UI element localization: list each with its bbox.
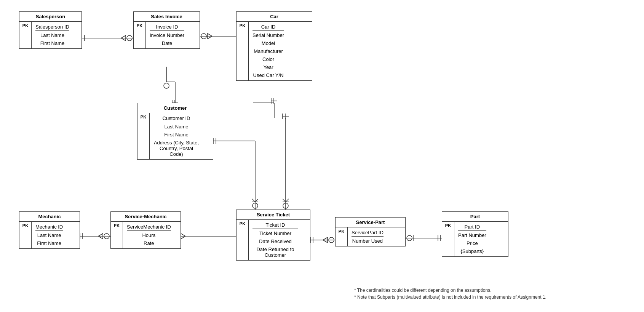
entity-service-part-title: Service-Part <box>336 218 405 227</box>
service-mechanic-pk-attr: ServiceMechanic ID <box>127 223 171 231</box>
salesperson-pk-attr: Salesperson ID <box>35 23 69 31</box>
entity-mechanic: Mechanic PK Mechanic ID Last Name First … <box>19 211 80 249</box>
part-attr-1: Part Number <box>458 232 486 239</box>
entity-customer: Customer PK Customer ID Last Name First … <box>137 103 213 160</box>
entity-car-title: Car <box>237 12 312 22</box>
entity-sales-invoice-title: Sales Invoice <box>134 12 200 22</box>
customer-attr-1: Last Name <box>153 123 199 130</box>
car-attr-6: Used Car Y/N <box>252 72 284 79</box>
service-part-attr-1: Number Used <box>352 237 384 245</box>
entity-salesperson-title: Salesperson <box>19 12 81 22</box>
svg-line-48 <box>98 234 103 236</box>
service-ticket-pk-label: PK <box>240 221 245 226</box>
svg-line-41 <box>283 199 286 202</box>
service-part-pk-label: PK <box>339 229 344 234</box>
note-2: * Note that Subparts (multivalued attrib… <box>354 294 547 300</box>
svg-point-59 <box>329 237 334 243</box>
service-ticket-pk-attr: Ticket ID <box>252 221 298 229</box>
svg-line-42 <box>286 199 289 202</box>
sales-invoice-attr-2: Date <box>150 40 184 47</box>
salesperson-attr-1: Last Name <box>35 32 69 39</box>
service-mechanic-pk-label: PK <box>114 223 120 228</box>
part-pk-label: PK <box>445 223 451 228</box>
svg-line-61 <box>323 237 328 240</box>
entity-service-part: Service-Part PK ServicePart ID Number Us… <box>335 217 406 246</box>
svg-point-3 <box>127 35 132 41</box>
svg-line-53 <box>181 236 185 239</box>
service-ticket-attr-2: Date Received <box>252 238 298 245</box>
service-part-pk-attr: ServicePart ID <box>352 229 384 237</box>
mechanic-pk-attr: Mechanic ID <box>35 223 63 231</box>
part-attr-3: {Subparts} <box>458 248 486 255</box>
car-pk-label: PK <box>240 23 245 28</box>
service-mechanic-attr-1: Hours <box>127 232 171 239</box>
svg-line-62 <box>323 240 328 243</box>
salesperson-pk-label: PK <box>22 23 28 28</box>
note-1: * The cardinalities could be different d… <box>354 288 491 293</box>
entity-salesperson: Salesperson PK Salesperson ID Last Name … <box>19 11 82 49</box>
svg-point-39 <box>283 203 288 208</box>
entity-service-ticket-title: Service Ticket <box>237 210 310 220</box>
customer-pk-attr: Customer ID <box>153 115 199 122</box>
svg-point-64 <box>407 235 412 241</box>
salesperson-attr-2: First Name <box>35 40 69 47</box>
svg-line-49 <box>98 236 103 239</box>
entity-service-mechanic-title: Service-Mechanic <box>111 212 181 222</box>
sales-invoice-attr-1: Invoice Number <box>150 32 184 39</box>
entity-service-ticket: Service Ticket PK Ticket ID Ticket Numbe… <box>236 210 310 261</box>
car-pk-attr: Car ID <box>252 23 284 31</box>
entity-part-title: Part <box>442 212 508 222</box>
car-attr-4: Color <box>252 56 284 63</box>
part-pk-attr: Part ID <box>458 223 486 231</box>
service-ticket-attr-1: Ticket Number <box>252 230 298 237</box>
svg-line-34 <box>255 199 258 202</box>
mechanic-attr-1: Last Name <box>35 232 63 239</box>
svg-point-10 <box>201 34 206 39</box>
service-mechanic-attr-2: Rate <box>127 240 171 247</box>
svg-line-33 <box>252 199 255 202</box>
customer-pk-label: PK <box>141 115 146 119</box>
svg-line-6 <box>121 38 126 41</box>
mechanic-pk-label: PK <box>22 223 28 228</box>
part-attr-2: Price <box>458 240 486 247</box>
car-attr-5: Year <box>252 64 284 71</box>
svg-point-31 <box>252 203 258 208</box>
car-attr-2: Model <box>252 40 284 47</box>
entity-car: Car PK Car ID Serial Number Model Manufa… <box>236 11 312 81</box>
entity-part: Part PK Part ID Part Number Price {Subpa… <box>442 211 508 257</box>
customer-attr-3: Address (City, State, Country, Postal Co… <box>153 139 199 158</box>
customer-attr-2: First Name <box>153 131 199 138</box>
svg-line-13 <box>208 36 212 39</box>
car-attr-1: Serial Number <box>252 32 284 39</box>
entity-customer-title: Customer <box>137 103 213 113</box>
sales-invoice-pk-label: PK <box>137 23 142 28</box>
entity-mechanic-title: Mechanic <box>19 212 80 222</box>
car-attr-3: Manufacturer <box>252 48 284 55</box>
connectors-svg <box>0 0 644 312</box>
service-ticket-attr-3: Date Returned to Customer <box>252 246 298 259</box>
entity-sales-invoice: Sales Invoice PK Invoice ID Invoice Numb… <box>133 11 200 49</box>
svg-line-5 <box>121 35 126 38</box>
svg-point-46 <box>104 234 109 239</box>
erd-diagram: Salesperson PK Salesperson ID Last Name … <box>0 0 644 312</box>
svg-line-12 <box>208 34 212 36</box>
mechanic-attr-2: First Name <box>35 240 63 247</box>
entity-service-mechanic: Service-Mechanic PK ServiceMechanic ID H… <box>110 211 181 249</box>
sales-invoice-pk-attr: Invoice ID <box>150 23 184 31</box>
svg-point-17 <box>164 83 169 88</box>
svg-line-52 <box>181 234 185 236</box>
